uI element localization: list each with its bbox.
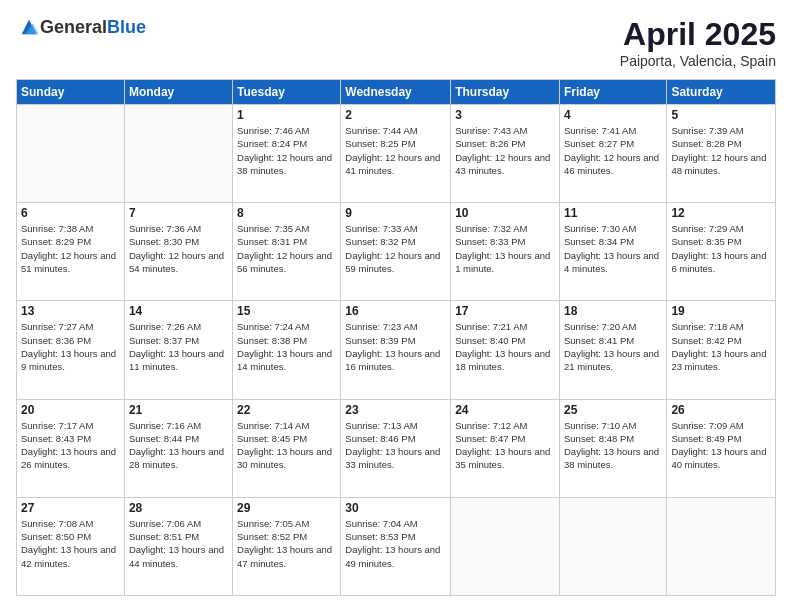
calendar-cell [559, 497, 666, 595]
day-info: Sunrise: 7:13 AMSunset: 8:46 PMDaylight:… [345, 419, 446, 472]
calendar-cell: 29Sunrise: 7:05 AMSunset: 8:52 PMDayligh… [233, 497, 341, 595]
day-info: Sunrise: 7:27 AMSunset: 8:36 PMDaylight:… [21, 320, 120, 373]
calendar-cell: 8Sunrise: 7:35 AMSunset: 8:31 PMDaylight… [233, 203, 341, 301]
day-info: Sunrise: 7:04 AMSunset: 8:53 PMDaylight:… [345, 517, 446, 570]
day-number: 17 [455, 304, 555, 318]
day-number: 24 [455, 403, 555, 417]
calendar-cell: 17Sunrise: 7:21 AMSunset: 8:40 PMDayligh… [451, 301, 560, 399]
calendar-cell: 20Sunrise: 7:17 AMSunset: 8:43 PMDayligh… [17, 399, 125, 497]
day-info: Sunrise: 7:18 AMSunset: 8:42 PMDaylight:… [671, 320, 771, 373]
day-number: 29 [237, 501, 336, 515]
day-number: 19 [671, 304, 771, 318]
day-info: Sunrise: 7:12 AMSunset: 8:47 PMDaylight:… [455, 419, 555, 472]
calendar-cell: 10Sunrise: 7:32 AMSunset: 8:33 PMDayligh… [451, 203, 560, 301]
calendar-cell: 2Sunrise: 7:44 AMSunset: 8:25 PMDaylight… [341, 105, 451, 203]
day-number: 26 [671, 403, 771, 417]
calendar-header-row: Sunday Monday Tuesday Wednesday Thursday… [17, 80, 776, 105]
logo-icon [18, 16, 40, 38]
day-number: 18 [564, 304, 662, 318]
calendar-cell: 26Sunrise: 7:09 AMSunset: 8:49 PMDayligh… [667, 399, 776, 497]
day-info: Sunrise: 7:39 AMSunset: 8:28 PMDaylight:… [671, 124, 771, 177]
day-number: 15 [237, 304, 336, 318]
day-number: 27 [21, 501, 120, 515]
day-info: Sunrise: 7:10 AMSunset: 8:48 PMDaylight:… [564, 419, 662, 472]
page: GeneralBlue April 2025 Paiporta, Valenci… [0, 0, 792, 612]
day-number: 25 [564, 403, 662, 417]
day-info: Sunrise: 7:38 AMSunset: 8:29 PMDaylight:… [21, 222, 120, 275]
col-saturday: Saturday [667, 80, 776, 105]
day-info: Sunrise: 7:05 AMSunset: 8:52 PMDaylight:… [237, 517, 336, 570]
day-number: 13 [21, 304, 120, 318]
col-thursday: Thursday [451, 80, 560, 105]
calendar-table: Sunday Monday Tuesday Wednesday Thursday… [16, 79, 776, 596]
col-monday: Monday [124, 80, 232, 105]
day-number: 22 [237, 403, 336, 417]
calendar-cell: 27Sunrise: 7:08 AMSunset: 8:50 PMDayligh… [17, 497, 125, 595]
calendar-cell: 5Sunrise: 7:39 AMSunset: 8:28 PMDaylight… [667, 105, 776, 203]
calendar-cell: 24Sunrise: 7:12 AMSunset: 8:47 PMDayligh… [451, 399, 560, 497]
calendar-cell [124, 105, 232, 203]
day-number: 5 [671, 108, 771, 122]
calendar-cell: 1Sunrise: 7:46 AMSunset: 8:24 PMDaylight… [233, 105, 341, 203]
calendar-cell: 15Sunrise: 7:24 AMSunset: 8:38 PMDayligh… [233, 301, 341, 399]
calendar-cell: 14Sunrise: 7:26 AMSunset: 8:37 PMDayligh… [124, 301, 232, 399]
calendar-cell: 7Sunrise: 7:36 AMSunset: 8:30 PMDaylight… [124, 203, 232, 301]
calendar-cell: 18Sunrise: 7:20 AMSunset: 8:41 PMDayligh… [559, 301, 666, 399]
logo-blue: Blue [107, 17, 146, 37]
day-number: 6 [21, 206, 120, 220]
day-info: Sunrise: 7:30 AMSunset: 8:34 PMDaylight:… [564, 222, 662, 275]
calendar-cell: 6Sunrise: 7:38 AMSunset: 8:29 PMDaylight… [17, 203, 125, 301]
day-info: Sunrise: 7:08 AMSunset: 8:50 PMDaylight:… [21, 517, 120, 570]
col-friday: Friday [559, 80, 666, 105]
day-number: 20 [21, 403, 120, 417]
day-number: 21 [129, 403, 228, 417]
calendar-cell: 9Sunrise: 7:33 AMSunset: 8:32 PMDaylight… [341, 203, 451, 301]
day-info: Sunrise: 7:17 AMSunset: 8:43 PMDaylight:… [21, 419, 120, 472]
day-number: 28 [129, 501, 228, 515]
calendar-cell: 4Sunrise: 7:41 AMSunset: 8:27 PMDaylight… [559, 105, 666, 203]
calendar-title: April 2025 [620, 16, 776, 53]
day-number: 7 [129, 206, 228, 220]
calendar-cell: 3Sunrise: 7:43 AMSunset: 8:26 PMDaylight… [451, 105, 560, 203]
day-info: Sunrise: 7:33 AMSunset: 8:32 PMDaylight:… [345, 222, 446, 275]
calendar-week-5: 27Sunrise: 7:08 AMSunset: 8:50 PMDayligh… [17, 497, 776, 595]
day-info: Sunrise: 7:14 AMSunset: 8:45 PMDaylight:… [237, 419, 336, 472]
calendar-cell: 11Sunrise: 7:30 AMSunset: 8:34 PMDayligh… [559, 203, 666, 301]
calendar-week-3: 13Sunrise: 7:27 AMSunset: 8:36 PMDayligh… [17, 301, 776, 399]
day-info: Sunrise: 7:44 AMSunset: 8:25 PMDaylight:… [345, 124, 446, 177]
calendar-cell: 21Sunrise: 7:16 AMSunset: 8:44 PMDayligh… [124, 399, 232, 497]
day-info: Sunrise: 7:29 AMSunset: 8:35 PMDaylight:… [671, 222, 771, 275]
day-number: 10 [455, 206, 555, 220]
day-info: Sunrise: 7:32 AMSunset: 8:33 PMDaylight:… [455, 222, 555, 275]
calendar-cell: 16Sunrise: 7:23 AMSunset: 8:39 PMDayligh… [341, 301, 451, 399]
calendar-week-4: 20Sunrise: 7:17 AMSunset: 8:43 PMDayligh… [17, 399, 776, 497]
day-number: 8 [237, 206, 336, 220]
day-number: 12 [671, 206, 771, 220]
day-info: Sunrise: 7:06 AMSunset: 8:51 PMDaylight:… [129, 517, 228, 570]
logo-general: General [40, 17, 107, 37]
title-block: April 2025 Paiporta, Valencia, Spain [620, 16, 776, 69]
calendar-cell [451, 497, 560, 595]
calendar-cell [667, 497, 776, 595]
calendar-cell: 30Sunrise: 7:04 AMSunset: 8:53 PMDayligh… [341, 497, 451, 595]
day-info: Sunrise: 7:26 AMSunset: 8:37 PMDaylight:… [129, 320, 228, 373]
day-info: Sunrise: 7:09 AMSunset: 8:49 PMDaylight:… [671, 419, 771, 472]
calendar-week-2: 6Sunrise: 7:38 AMSunset: 8:29 PMDaylight… [17, 203, 776, 301]
day-info: Sunrise: 7:21 AMSunset: 8:40 PMDaylight:… [455, 320, 555, 373]
day-number: 3 [455, 108, 555, 122]
day-number: 2 [345, 108, 446, 122]
calendar-cell: 12Sunrise: 7:29 AMSunset: 8:35 PMDayligh… [667, 203, 776, 301]
day-info: Sunrise: 7:43 AMSunset: 8:26 PMDaylight:… [455, 124, 555, 177]
calendar-location: Paiporta, Valencia, Spain [620, 53, 776, 69]
calendar-cell [17, 105, 125, 203]
day-info: Sunrise: 7:36 AMSunset: 8:30 PMDaylight:… [129, 222, 228, 275]
col-sunday: Sunday [17, 80, 125, 105]
calendar-cell: 13Sunrise: 7:27 AMSunset: 8:36 PMDayligh… [17, 301, 125, 399]
day-info: Sunrise: 7:16 AMSunset: 8:44 PMDaylight:… [129, 419, 228, 472]
day-number: 1 [237, 108, 336, 122]
day-info: Sunrise: 7:24 AMSunset: 8:38 PMDaylight:… [237, 320, 336, 373]
col-tuesday: Tuesday [233, 80, 341, 105]
day-number: 9 [345, 206, 446, 220]
day-number: 14 [129, 304, 228, 318]
day-info: Sunrise: 7:46 AMSunset: 8:24 PMDaylight:… [237, 124, 336, 177]
